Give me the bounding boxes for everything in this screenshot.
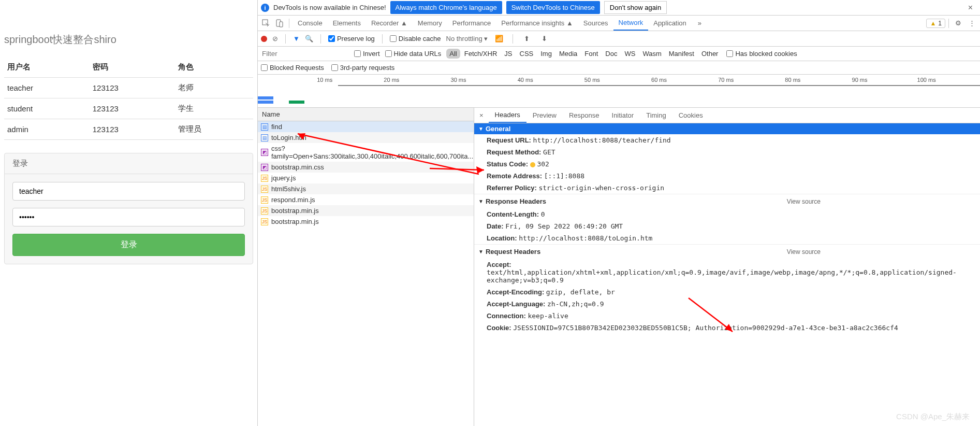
type-filter-media[interactable]: Media: [556, 49, 580, 59]
tab-performance[interactable]: Performance: [447, 16, 496, 31]
view-source-link[interactable]: View source: [787, 198, 821, 205]
match-language-button[interactable]: Always match Chrome's language: [390, 1, 502, 14]
dont-show-button[interactable]: Don't show again: [604, 1, 667, 14]
tab-performance-insights-[interactable]: Performance insights ▲: [496, 16, 578, 31]
invert-checkbox[interactable]: Invert: [354, 50, 380, 58]
kebab-icon[interactable]: ⋮: [966, 19, 978, 27]
users-table: 用户名 密码 角色 teacher123123老师student123123学生…: [4, 57, 253, 140]
timeline-tick: 40 ms: [518, 77, 533, 83]
tab-network[interactable]: Network: [613, 16, 649, 31]
type-filter-other[interactable]: Other: [698, 49, 722, 59]
header-row: Connection: keep-alive: [474, 310, 980, 322]
download-icon[interactable]: ⬇: [538, 35, 550, 42]
request-row[interactable]: ▤find: [258, 121, 474, 132]
type-filter-ws[interactable]: WS: [621, 49, 638, 59]
request-row[interactable]: JShtml5shiv.js: [258, 183, 474, 194]
more-tabs-icon[interactable]: »: [693, 16, 707, 31]
login-button[interactable]: 登录: [12, 234, 245, 256]
network-body: Name ▤find▤toLogin.htm◩css?family=Open+S…: [258, 108, 980, 426]
preserve-log-checkbox[interactable]: Preserve log: [328, 35, 375, 42]
request-row[interactable]: ◩css?family=Open+Sans:300italic,300,400i…: [258, 143, 474, 162]
login-panel-title: 登录: [5, 153, 253, 174]
filter-icon[interactable]: ▼: [293, 35, 300, 42]
password-input[interactable]: [12, 208, 245, 226]
record-icon[interactable]: [261, 36, 267, 42]
response-headers-section[interactable]: Response HeadersView source: [474, 194, 980, 208]
detail-tab-preview[interactable]: Preview: [526, 108, 563, 123]
clear-icon[interactable]: ⊘: [272, 35, 278, 42]
info-icon: i: [261, 4, 269, 12]
timeline-tick: 50 ms: [584, 77, 600, 83]
table-row: admin123123管理员: [4, 119, 253, 140]
detail-tab-initiator[interactable]: Initiator: [606, 108, 640, 123]
tab-elements[interactable]: Elements: [328, 16, 366, 31]
remote-address: [::1]:8088: [544, 172, 584, 180]
type-filter-img[interactable]: Img: [537, 49, 555, 59]
js-icon: JS: [261, 207, 268, 215]
type-filter-font[interactable]: Font: [581, 49, 601, 59]
request-headers-section[interactable]: Request HeadersView source: [474, 244, 980, 259]
inspect-icon[interactable]: [260, 19, 272, 27]
filter-input[interactable]: [261, 49, 349, 59]
js-icon: JS: [261, 218, 268, 225]
type-filter-manifest[interactable]: Manifest: [666, 49, 697, 59]
header-row: Accept-Language: zh-CN,zh;q=0.9: [474, 298, 980, 310]
header-row: Date: Fri, 09 Sep 2022 06:49:20 GMT: [474, 220, 980, 232]
close-detail-icon[interactable]: ×: [474, 111, 489, 119]
blocked-cookies-checkbox[interactable]: Has blocked cookies: [726, 50, 797, 58]
wifi-icon[interactable]: 📶: [493, 35, 505, 42]
tab-memory[interactable]: Memory: [413, 16, 447, 31]
blocked-requests-checkbox[interactable]: Blocked Requests: [261, 64, 324, 72]
request-row[interactable]: JSjquery.js: [258, 173, 474, 183]
type-filter-all[interactable]: All: [446, 49, 460, 59]
request-row[interactable]: ◩bootstrap.min.css: [258, 162, 474, 173]
tab-console[interactable]: Console: [292, 16, 328, 31]
tab-application[interactable]: Application: [648, 16, 692, 31]
request-list-column: Name ▤find▤toLogin.htm◩css?family=Open+S…: [258, 108, 474, 426]
search-icon[interactable]: 🔍: [305, 35, 313, 42]
tab-sources[interactable]: Sources: [578, 16, 613, 31]
view-source-link[interactable]: View source: [787, 248, 821, 255]
throttling-select[interactable]: No throttling: [446, 35, 488, 42]
close-icon[interactable]: ×: [964, 3, 977, 12]
general-section-header[interactable]: General: [474, 123, 980, 134]
timeline-tick: 80 ms: [785, 77, 800, 83]
detail-tabs: × HeadersPreviewResponseInitiatorTimingC…: [474, 108, 980, 123]
tab-recorder-[interactable]: Recorder ▲: [366, 16, 413, 31]
type-filter-fetch-xhr[interactable]: Fetch/XHR: [461, 49, 501, 59]
third-party-checkbox[interactable]: 3rd-party requests: [331, 64, 395, 72]
timeline-tick: 10 ms: [317, 77, 332, 83]
timeline-tick: 30 ms: [451, 77, 466, 83]
header-row: Cookie: JSESSIONID=97C51B807B342ED023032…: [474, 322, 980, 334]
timeline-tick: 90 ms: [852, 77, 868, 83]
name-column-header[interactable]: Name: [258, 108, 474, 121]
request-row[interactable]: JSrespond.min.js: [258, 194, 474, 205]
detail-tab-cookies[interactable]: Cookies: [672, 108, 709, 123]
type-filter-doc[interactable]: Doc: [602, 49, 620, 59]
request-row[interactable]: ▤toLogin.htm: [258, 132, 474, 143]
devtools-pane: i DevTools is now available in Chinese! …: [257, 0, 980, 426]
css-icon: ◩: [261, 149, 268, 156]
detail-tab-response[interactable]: Response: [563, 108, 606, 123]
status-dot-icon: [530, 162, 535, 167]
doc-icon: ▤: [261, 123, 268, 131]
referrer-policy: strict-origin-when-cross-origin: [538, 184, 664, 192]
type-filter-js[interactable]: JS: [501, 49, 515, 59]
issues-badge[interactable]: ▲1: [926, 19, 945, 28]
hide-data-urls-checkbox[interactable]: Hide data URLs: [385, 50, 442, 58]
upload-icon[interactable]: ⬆: [520, 35, 533, 42]
username-input[interactable]: [12, 182, 245, 201]
device-icon[interactable]: [273, 19, 286, 27]
switch-chinese-button[interactable]: Switch DevTools to Chinese: [506, 1, 600, 14]
request-row[interactable]: JSbootstrap.min.js: [258, 205, 474, 216]
timeline-tick: 60 ms: [651, 77, 667, 83]
language-infobar: i DevTools is now available in Chinese! …: [258, 0, 980, 16]
type-filter-wasm[interactable]: Wasm: [639, 49, 664, 59]
request-row[interactable]: JSbootstrap.min.js: [258, 216, 474, 227]
settings-icon[interactable]: ⚙: [952, 19, 964, 27]
detail-tab-headers[interactable]: Headers: [489, 108, 526, 123]
disable-cache-checkbox[interactable]: Disable cache: [390, 35, 441, 42]
type-filter-css[interactable]: CSS: [517, 49, 537, 59]
detail-tab-timing[interactable]: Timing: [640, 108, 672, 123]
timeline[interactable]: 10 ms20 ms30 ms40 ms50 ms60 ms70 ms80 ms…: [258, 75, 980, 108]
